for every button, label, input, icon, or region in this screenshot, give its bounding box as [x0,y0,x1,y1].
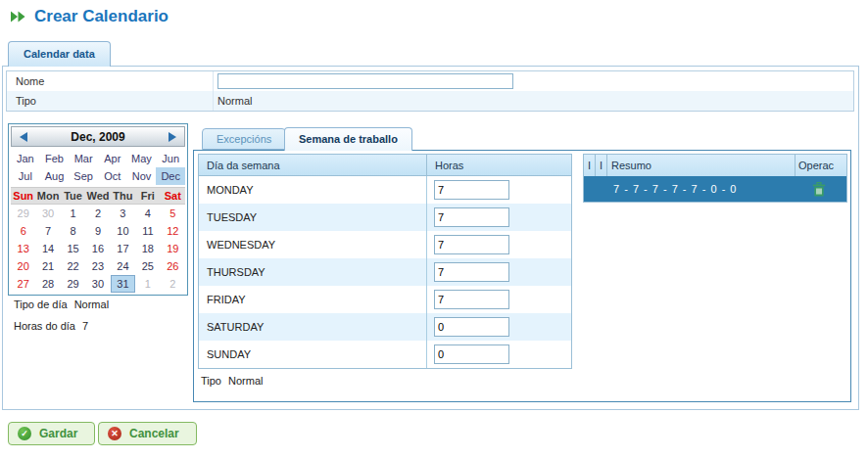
hours-input-monday[interactable] [434,180,509,200]
calendar-month-aug[interactable]: Aug [40,167,70,185]
week-type-value: Normal [228,375,263,387]
calendar-day-9[interactable]: 9 [85,222,110,240]
form-row-tipo: Tipo Normal [7,91,853,111]
calendar-day-26[interactable]: 26 [161,257,185,275]
calendar-month-feb[interactable]: Feb [40,150,70,167]
calendar-day-15[interactable]: 15 [61,240,85,257]
day-hours-line: Horas do día7 [14,320,88,332]
nome-input[interactable] [217,73,513,89]
calendar-day-16[interactable]: 16 [85,240,110,257]
calendar-month-apr[interactable]: Apr [98,150,127,167]
hours-input-thursday[interactable] [434,262,509,282]
next-month-icon[interactable] [166,131,179,143]
calendar-month-sep[interactable]: Sep [69,167,98,185]
calendar-day-21[interactable]: 21 [35,257,60,275]
calendar-day-29-out[interactable]: 29 [11,205,35,222]
summary-row-selected[interactable]: 7 - 7 - 7 - 7 - 7 - 0 - 0 [584,176,846,202]
tipo-label: Tipo [7,91,214,111]
calendar-day-29[interactable]: 29 [61,275,85,293]
day-type-value: Normal [74,298,109,310]
calendar-month-year-label: Dec, 2009 [71,130,124,144]
delete-icon[interactable] [812,182,826,197]
day-type-line: Tipo de díaNormal [14,298,109,310]
calendar-weekday-sat: Sat [161,188,185,204]
summary-table-header: I I Resumo Operac [584,155,846,176]
hours-input-friday[interactable] [434,290,509,309]
calendar-day-grid: 2930123456789101112131415161718192021222… [11,205,185,293]
calendar-day-1[interactable]: 1 [61,205,85,222]
calendar-day-6[interactable]: 6 [11,222,35,240]
calendar-day-17[interactable]: 17 [111,240,135,257]
check-icon: ✓ [18,427,31,440]
summary-row-resumo: 7 - 7 - 7 - 7 - 7 - 0 - 0 [584,183,792,195]
calendar-day-12[interactable]: 12 [161,222,185,240]
week-type-label: Tipo [201,375,221,387]
calendar-day-2[interactable]: 2 [85,205,110,222]
calendar-day-25[interactable]: 25 [135,257,160,275]
calendar-weekday-row: SunMonTueWedThuFriSat [11,187,185,205]
weekday-label-tuesday: TUESDAY [199,204,426,231]
calendar-nav-bar: Dec, 2009 [11,126,185,147]
calendar-day-24[interactable]: 24 [111,257,135,275]
calendar-day-3[interactable]: 3 [111,205,135,222]
calendar-day-2-out[interactable]: 2 [161,275,185,293]
calendar-month-nov[interactable]: Nov [127,167,157,185]
hours-input-saturday[interactable] [434,317,509,337]
calendar-day-7[interactable]: 7 [35,222,60,240]
tab-calendar-data[interactable]: Calendar data [8,41,111,67]
calendar-day-23[interactable]: 23 [85,257,110,275]
save-button[interactable]: ✓ Gardar [8,422,95,445]
calendar-weekday-wed: Wed [85,188,110,204]
tab-excepcions[interactable]: Excepcións [202,128,286,150]
weekday-hours-cell [426,204,571,231]
calendar-weekday-thu: Thu [111,188,135,204]
calendar-day-27[interactable]: 27 [11,275,35,293]
calendar-day-11[interactable]: 11 [135,222,160,240]
week-table-row-sunday: SUNDAY [199,341,571,368]
cancel-button-label: Cancelar [129,427,179,440]
calendar-day-30-out[interactable]: 30 [35,205,60,222]
calendar-month-jul[interactable]: Jul [11,167,40,185]
calendar-month-jan[interactable]: Jan [11,150,40,167]
calendar-day-20[interactable]: 20 [11,257,35,275]
weekday-label-thursday: THURSDAY [199,258,426,286]
hours-input-wednesday[interactable] [434,235,509,254]
calendar-day-18[interactable]: 18 [135,240,160,257]
summary-table: I I Resumo Operac 7 - 7 - 7 - 7 - 7 - 0 … [583,154,847,203]
calendar-day-5[interactable]: 5 [161,205,185,222]
tab-semana-de-traballo[interactable]: Semana de traballo [284,127,412,151]
weekday-hours-cell [426,231,571,258]
calendar-month-dec[interactable]: Dec [156,167,185,185]
calendar-day-31[interactable]: 31 [111,275,135,293]
calendar-month-may[interactable]: May [127,150,157,167]
weekday-label-sunday: SUNDAY [199,341,426,368]
week-table-row-thursday: THURSDAY [199,258,571,286]
calendar-day-30[interactable]: 30 [85,275,110,293]
hours-input-sunday[interactable] [434,344,509,364]
calendar-day-14[interactable]: 14 [35,240,60,257]
calendar-day-10[interactable]: 10 [111,222,135,240]
work-week-panel: Día da semana Horas MONDAYTUESDAYWEDNESD… [193,150,851,402]
prev-month-icon[interactable] [17,131,30,143]
calendar-day-4[interactable]: 4 [135,205,160,222]
calendar-month-jun[interactable]: Jun [156,150,185,167]
page-title: Crear Calendario [34,7,169,26]
weekday-hours-cell [426,258,571,286]
calendar-day-8[interactable]: 8 [61,222,85,240]
calendar-day-13[interactable]: 13 [11,240,35,257]
cancel-button[interactable]: ✕ Cancelar [98,422,197,445]
hours-input-tuesday[interactable] [434,207,509,227]
week-table-row-tuesday: TUESDAY [199,204,571,231]
calendar-day-22[interactable]: 22 [61,257,85,275]
save-button-label: Gardar [39,427,77,440]
week-table-row-monday: MONDAY [199,176,571,204]
calendar-day-28[interactable]: 28 [35,275,60,293]
calendar-day-1-out[interactable]: 1 [135,275,160,293]
nome-label: Nome [7,71,214,91]
calendar-month-mar[interactable]: Mar [69,150,98,167]
calendar-month-oct[interactable]: Oct [98,167,127,185]
weekday-label-friday: FRIDAY [199,286,426,313]
weekday-hours-cell [426,286,571,313]
calendar-day-19[interactable]: 19 [161,240,185,257]
summary-header-i1: I [584,155,596,176]
